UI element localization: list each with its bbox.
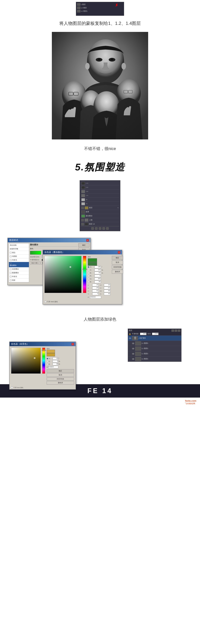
color-picker-dialog[interactable]: 拾色器（叠加颜色） × 新的 [43,250,122,304]
bottom-cp-title: 拾色器（前景色） [11,342,29,346]
footer-btn-3[interactable] [99,227,101,230]
g-input[interactable]: 163 [94,278,101,280]
lp-row-person-preview[interactable]: 人物 预览 [128,336,181,341]
b-input[interactable]: 64 [94,272,101,274]
a-row: a: -29 V: -21 [88,287,110,289]
hex-input[interactable]: 00A342 [90,296,101,298]
b2-input[interactable]: 66 [94,280,101,283]
cpb-web-checkbox[interactable] [11,386,13,388]
g-radio[interactable] [88,278,89,280]
color-spectrum[interactable] [44,256,81,293]
bottom-cp-close[interactable]: × [71,343,74,346]
ok-button[interactable]: 确定 [78,243,89,247]
lp-vis-person[interactable] [129,337,132,340]
footer-btn-5[interactable] [106,227,109,230]
lp-row-sub2[interactable]: L1 图层1 [128,346,181,351]
bottom-layers-panel[interactable]: 图层 🔒 不透明度: 66% 填充: 100% [128,328,182,362]
cpb-cancel-btn[interactable]: 取消 [47,373,74,377]
v-input[interactable]: -21 [104,287,110,289]
cpb-library-btn[interactable]: 颜色库 [47,381,74,384]
h-input[interactable]: 138 [94,266,101,268]
u-input[interactable]: 24 [104,284,110,286]
bottom-color-picker[interactable]: 拾色器（前景色） × 新的 [9,342,76,390]
a-input[interactable]: -29 [92,287,99,289]
color-overlay-checkbox[interactable] [10,262,11,264]
sidebar-item-pattern-overlay[interactable]: 图案叠加 [9,271,29,275]
lp-icon-3[interactable] [178,330,180,332]
eye-icon-sub3 [132,353,134,354]
channel-btn-1[interactable]: 混合力度入 [30,262,40,264]
cpb-B-input[interactable]: 08 [53,363,58,365]
cpb-S-radio[interactable] [47,361,48,362]
cpb-S-input[interactable]: 0 [53,360,58,362]
sidebar-item-inner-shadow[interactable]: 内阴影 [9,254,29,258]
r-radio[interactable] [88,275,89,277]
pattern-overlay-checkbox[interactable] [10,272,11,274]
lp-row-sub3[interactable]: L1 图层1 [128,351,181,356]
cpb-B-radio[interactable] [47,364,48,365]
stroke-checkbox[interactable] [10,252,11,254]
lp-vis-sub4[interactable] [132,358,135,360]
footer-btn-1[interactable] [91,227,94,230]
cp-add-swatch-button[interactable]: 添加到色板 [112,265,123,269]
caption-label: 不错不错，很nice [84,146,116,151]
b-radio[interactable] [88,272,89,274]
outer-glow-checkbox[interactable] [10,276,11,278]
inner-glow-checkbox[interactable] [10,259,11,261]
fill-header-value[interactable]: 100% [152,333,159,335]
footer-btn-2[interactable] [95,227,98,230]
layer-row-color-overlay: 颜色叠加 [81,214,119,218]
cpb-H-label: H: [49,358,52,360]
layer-row-tulayer: 图层 fx [81,206,119,210]
lp-vis-sub3[interactable] [132,352,135,355]
lp-row-sub4[interactable]: L1 图层1 [128,356,181,362]
shadow-checkbox[interactable] [10,280,11,281]
gradient-overlay-checkbox[interactable] [10,268,11,270]
color-picker-close[interactable]: × [118,251,120,254]
b2-radio[interactable] [88,281,89,282]
lp-icon-1[interactable] [172,330,174,332]
hue-bar[interactable] [83,256,86,293]
lp-vis-sub1[interactable] [132,342,135,345]
K-input[interactable]: 40 [104,292,110,295]
cp-cancel-button[interactable]: 取消 [112,260,123,264]
dialog-close-btn[interactable]: × [86,239,89,242]
lp-icon-2[interactable] [175,330,177,332]
r-input[interactable]: 0 [94,274,101,277]
sidebar-item-inner-glow[interactable]: 内发光 [9,258,29,262]
lp-vis-sub2[interactable] [132,347,135,350]
cpb-H-radio[interactable] [47,358,48,359]
cp-ok-button[interactable]: 确定 [112,256,123,260]
sidebar-item-color-overlay[interactable]: 颜色叠加 [9,262,29,268]
opacity-header-value[interactable]: 66% [140,333,147,335]
sidebar-item-gradient-overlay[interactable]: 渐变叠加 [9,268,29,271]
bottom-hue-bar[interactable] [42,348,45,374]
cpb-H-input[interactable]: 32 [53,357,58,360]
cp-library-button[interactable]: 颜色库 [112,270,123,274]
color-swatch-green[interactable] [30,251,41,254]
C-input[interactable]: 91 [92,290,99,292]
s-radio[interactable] [88,269,89,271]
web-colors-checkbox[interactable] [44,301,46,302]
sidebar-item-outer-glow[interactable]: 外发光 [9,275,29,278]
cpb-ok-btn[interactable]: 确定 [47,369,74,373]
lp-thumb-sub3 [135,352,141,356]
cpb-hex-input[interactable]: D4A844 [48,366,58,368]
inner-shadow-checkbox[interactable] [10,256,11,257]
lp-row-sub1[interactable]: L1 图层1 [128,341,181,346]
sidebar-item-blend-options[interactable]: 混合选项 [9,244,29,247]
s-input[interactable]: 100 [94,269,101,271]
M-input[interactable]: 59 [104,290,110,292]
h-radio[interactable] [88,266,89,268]
layer-num-2: 150 [86,186,88,188]
L-input[interactable]: 24 [92,284,99,286]
instruction-text: 将人物图层的蒙板复制给1、1.2、1.4图层 [0,16,200,30]
layer-panel-small: 170 150 130 110 90 70 [80,180,120,231]
Y-input[interactable]: 0 [92,292,99,295]
bottom-spectrum[interactable] [11,348,41,374]
sidebar-item-bevel[interactable]: 斜面和浮雕 [9,247,29,251]
cpb-add-swatch-btn[interactable]: 添加到色板 [47,377,74,380]
footer-btn-4[interactable] [102,227,105,230]
sidebar-item-stroke[interactable]: 描边 [9,251,29,254]
sidebar-item-shadow[interactable]: 投影 [9,278,29,282]
